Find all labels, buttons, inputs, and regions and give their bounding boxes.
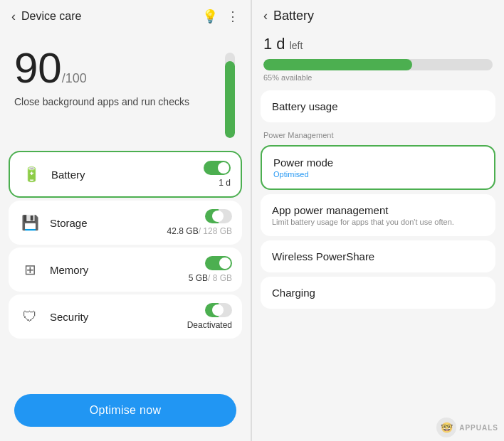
back-icon-right[interactable]: ‹ (263, 9, 268, 23)
watermark-icon: 🤓 (436, 418, 456, 437)
security-value: Deactivated (187, 320, 232, 330)
score-left: 90/100 Close background apps and run che… (14, 47, 212, 110)
wireless-powershare-title: Wireless PowerShare (272, 250, 484, 262)
battery-bar-container (263, 59, 493, 70)
power-management-label: Power Management (261, 127, 495, 141)
score-section: 90/100 Close background apps and run che… (0, 33, 251, 145)
charging-title: Charging (272, 287, 484, 299)
security-toggle[interactable] (205, 303, 232, 317)
memory-right: 5 GB/ 8 GB (189, 256, 232, 283)
security-label: Security (50, 311, 179, 323)
left-header-title: Device care (21, 10, 81, 23)
storage-toggle[interactable] (205, 209, 232, 223)
watermark-text: APPUALS (459, 424, 498, 432)
right-header: ‹ Battery (252, 0, 504, 32)
memory-toggle[interactable] (205, 256, 232, 270)
battery-bar-fill (263, 59, 412, 70)
score-description: Close background apps and run checks (14, 95, 212, 110)
score-number: 90 (14, 44, 62, 92)
right-items: Battery usage Power Management Power mod… (252, 90, 504, 441)
more-icon[interactable]: ⋮ (226, 9, 239, 24)
battery-label: Battery (51, 169, 195, 181)
score-denom: /100 (62, 71, 87, 85)
score-bar-fill (225, 61, 235, 138)
left-header-left: ‹ Device care (11, 9, 81, 24)
memory-label: Memory (50, 264, 180, 276)
item-storage[interactable]: 💾 Storage 42.8 GB/ 128 GB (9, 201, 242, 245)
right-item-power-mode[interactable]: Power mode Optimised (261, 145, 495, 190)
power-mode-subtitle: Optimised (273, 170, 483, 179)
storage-icon: 💾 (19, 211, 41, 234)
right-item-charging[interactable]: Charging (261, 277, 495, 309)
right-panel: ‹ Battery 1 d left 65% available Battery… (252, 0, 504, 441)
battery-toggle-knob (218, 162, 229, 174)
item-battery[interactable]: 🔋 Battery 1 d (9, 151, 242, 198)
memory-icon: ⊞ (19, 258, 41, 281)
battery-right: 1 d (204, 161, 231, 188)
left-panel: ‹ Device care 💡 ⋮ 90/100 Close backgroun… (0, 0, 251, 441)
memory-value: 5 GB/ 8 GB (189, 273, 232, 283)
battery-toggle[interactable] (204, 161, 231, 175)
right-item-wireless-powershare[interactable]: Wireless PowerShare (261, 240, 495, 272)
security-toggle-knob (212, 304, 224, 316)
battery-time-display: 1 d left (263, 35, 493, 53)
memory-toggle-knob (219, 257, 231, 269)
score-bar (225, 53, 235, 138)
right-item-app-power[interactable]: App power management Limit battery usage… (261, 194, 495, 236)
storage-toggle-knob (212, 211, 224, 222)
watermark-area: 🤓 APPUALS (436, 418, 498, 437)
battery-time-section: 1 d left 65% available (252, 32, 504, 90)
right-panel-wrapper: ‹ Battery 1 d left 65% available Battery… (252, 0, 504, 441)
items-list: 🔋 Battery 1 d 💾 Storage 42.8 GB/ 128 G (0, 145, 251, 386)
score-display: 90/100 (14, 47, 212, 90)
score-right (224, 47, 236, 138)
power-mode-title: Power mode (273, 156, 483, 169)
app-power-title: App power management (272, 204, 484, 216)
bulb-icon[interactable]: 💡 (202, 9, 218, 24)
right-header-title: Battery (273, 9, 314, 23)
battery-icon: 🔋 (20, 163, 43, 186)
app-power-subtitle: Limit battery usage for apps that you do… (272, 218, 484, 226)
right-item-battery-usage[interactable]: Battery usage (261, 90, 495, 122)
left-header-actions: 💡 ⋮ (202, 9, 239, 24)
security-right: Deactivated (187, 303, 232, 330)
item-memory[interactable]: ⊞ Memory 5 GB/ 8 GB (9, 248, 242, 292)
storage-value: 42.8 GB/ 128 GB (167, 226, 232, 236)
battery-value: 1 d (219, 178, 231, 188)
storage-right: 42.8 GB/ 128 GB (167, 209, 232, 236)
left-header: ‹ Device care 💡 ⋮ (0, 0, 251, 33)
optimise-button[interactable]: Optimise now (14, 394, 236, 427)
battery-usage-title: Battery usage (272, 100, 484, 112)
battery-time-left-label: left (290, 40, 303, 51)
security-icon: 🛡 (19, 305, 41, 328)
battery-available-text: 65% available (263, 73, 493, 82)
back-icon-left[interactable]: ‹ (11, 9, 16, 24)
storage-label: Storage (50, 217, 159, 229)
battery-time-amount: 1 d (263, 35, 285, 53)
item-security[interactable]: 🛡 Security Deactivated (9, 294, 242, 339)
optimise-btn-container: Optimise now (0, 386, 251, 441)
